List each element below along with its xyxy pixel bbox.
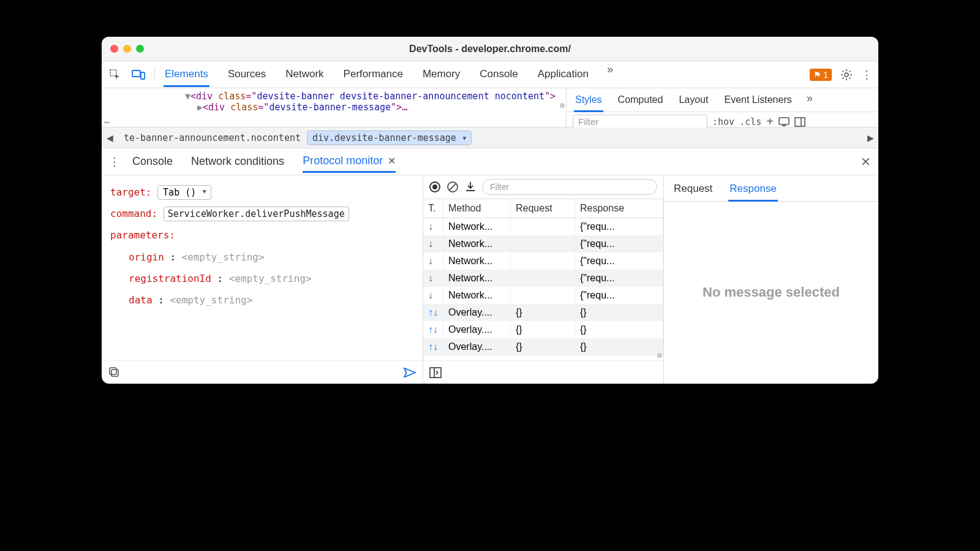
col-method[interactable]: Method bbox=[443, 199, 511, 218]
svg-rect-6 bbox=[795, 118, 805, 126]
dom-tag: <div bbox=[203, 102, 230, 113]
subtab-computed[interactable]: Computed bbox=[617, 92, 665, 112]
new-style-rule-icon[interactable]: + bbox=[766, 115, 774, 129]
protocol-monitor-panel: target: Tab () command: ServiceWorker.de… bbox=[102, 175, 878, 384]
toggle-cls-button[interactable]: .cls bbox=[739, 116, 761, 127]
subtab-event-listeners[interactable]: Event Listeners bbox=[723, 92, 793, 112]
subtabs-overflow-icon[interactable]: » bbox=[807, 92, 813, 112]
svg-rect-12 bbox=[430, 368, 441, 378]
col-response[interactable]: Response bbox=[575, 199, 663, 218]
warnings-count: 1 bbox=[823, 70, 828, 80]
command-input[interactable]: ServiceWorker.deliverPushMessage bbox=[164, 207, 349, 221]
param-value[interactable]: <empty_string> bbox=[170, 294, 252, 306]
svg-line-11 bbox=[449, 183, 456, 191]
close-window-button[interactable] bbox=[110, 45, 118, 53]
col-type[interactable]: T. bbox=[423, 199, 443, 218]
row-method: Network... bbox=[443, 218, 511, 236]
warnings-badge[interactable]: ⚑1 bbox=[810, 69, 832, 81]
table-row[interactable]: ↓Network...{"requ... bbox=[423, 287, 663, 304]
row-type: ↑↓ bbox=[423, 338, 443, 355]
window-titlebar: DevTools - developer.chrome.com/ bbox=[102, 37, 878, 61]
expand-toggle-icon[interactable]: ▼ bbox=[185, 91, 190, 102]
device-preview-icon[interactable] bbox=[778, 117, 790, 127]
table-row[interactable]: ↓Network...{"requ... bbox=[423, 270, 663, 287]
table-row[interactable]: ↑↓Overlay....{}{} bbox=[423, 304, 663, 321]
scrollbar-thumb[interactable] bbox=[657, 353, 662, 358]
toggle-panel-icon[interactable] bbox=[794, 117, 805, 127]
table-row[interactable]: ↓Network...{"requ... bbox=[423, 218, 663, 236]
elements-tree[interactable]: ▼<div class="devsite-banner devsite-bann… bbox=[102, 88, 566, 127]
tab-console[interactable]: Console bbox=[478, 63, 519, 86]
expand-toggle-icon[interactable]: ▶ bbox=[197, 102, 203, 113]
drawer-tab-protocol-monitor[interactable]: Protocol monitor ✕ bbox=[303, 151, 396, 173]
more-menu-icon[interactable]: ⋮ bbox=[861, 68, 872, 82]
drawer-tab-network-conditions[interactable]: Network conditions bbox=[191, 151, 284, 172]
row-type: ↑↓ bbox=[423, 321, 443, 338]
toggle-hov-button[interactable]: :hov bbox=[712, 116, 734, 127]
copy-icon[interactable] bbox=[108, 366, 121, 379]
close-drawer-icon[interactable]: ✕ bbox=[861, 154, 871, 169]
row-request bbox=[511, 218, 575, 236]
record-icon[interactable] bbox=[429, 181, 440, 192]
detail-tab-response[interactable]: Response bbox=[728, 180, 778, 202]
target-select[interactable]: Tab () bbox=[157, 185, 211, 200]
drawer-more-icon[interactable]: ⋮ bbox=[109, 155, 120, 169]
tab-performance[interactable]: Performance bbox=[342, 63, 404, 86]
scrollbar-thumb[interactable] bbox=[560, 103, 565, 108]
subtab-styles[interactable]: Styles bbox=[574, 92, 603, 112]
row-request bbox=[511, 253, 575, 270]
styles-filter-input[interactable]: Filter bbox=[573, 115, 707, 129]
tab-application[interactable]: Application bbox=[537, 63, 590, 86]
row-request: {} bbox=[511, 304, 575, 321]
message-filter-input[interactable]: Filter bbox=[482, 179, 657, 195]
command-editor-footer bbox=[102, 360, 423, 384]
clear-icon[interactable] bbox=[447, 181, 459, 193]
elements-styles-row: ▼<div class="devsite-banner devsite-bann… bbox=[102, 88, 878, 127]
close-tab-icon[interactable]: ✕ bbox=[388, 155, 396, 167]
row-request: {} bbox=[511, 321, 575, 338]
table-row[interactable]: ↑↓Overlay....{}{} bbox=[423, 338, 663, 355]
svg-rect-1 bbox=[132, 70, 140, 77]
tabs-overflow-icon[interactable]: » bbox=[607, 63, 613, 86]
param-value[interactable]: <empty_string> bbox=[182, 251, 265, 263]
detail-tab-request[interactable]: Request bbox=[673, 180, 714, 201]
dom-punct: ">… bbox=[391, 102, 407, 113]
device-toolbar-icon[interactable] bbox=[131, 67, 146, 82]
download-icon[interactable] bbox=[465, 181, 476, 193]
table-row[interactable]: ↓Network...{"requ... bbox=[423, 235, 663, 253]
drawer-tab-console[interactable]: Console bbox=[132, 151, 173, 172]
dom-attr-name: class bbox=[230, 102, 258, 113]
row-response: {"requ... bbox=[575, 235, 663, 253]
settings-icon[interactable] bbox=[840, 69, 853, 81]
send-command-icon[interactable] bbox=[403, 366, 417, 379]
breadcrumb-item[interactable]: te-banner-announcement.nocontent bbox=[118, 129, 307, 147]
breadcrumb-scroll-right-icon[interactable]: ▶ bbox=[862, 127, 878, 148]
tab-network[interactable]: Network bbox=[284, 63, 325, 86]
inspect-element-icon[interactable] bbox=[108, 67, 123, 82]
row-method: Network... bbox=[443, 253, 511, 270]
tab-memory[interactable]: Memory bbox=[421, 63, 461, 86]
dom-punct: =" bbox=[246, 91, 257, 102]
tab-sources[interactable]: Sources bbox=[227, 63, 267, 86]
empty-state-message: No message selected bbox=[664, 202, 878, 384]
col-request[interactable]: Request bbox=[511, 199, 575, 218]
subtab-layout[interactable]: Layout bbox=[677, 92, 709, 112]
breadcrumb-item[interactable]: div.devsite-banner-message bbox=[307, 131, 472, 145]
tab-elements[interactable]: Elements bbox=[164, 63, 209, 87]
table-row[interactable]: ↑↓Overlay....{}{} bbox=[423, 321, 663, 338]
table-row[interactable]: ↓Network...{"requ... bbox=[423, 253, 663, 270]
drawer-tab-label: Protocol monitor bbox=[303, 154, 383, 167]
row-response: {} bbox=[575, 321, 663, 338]
traffic-lights bbox=[110, 45, 144, 53]
svg-rect-9 bbox=[110, 368, 116, 374]
param-value[interactable]: <empty_string> bbox=[229, 273, 312, 284]
styles-sidebar: Styles Computed Layout Event Listeners »… bbox=[566, 88, 878, 127]
minimize-window-button[interactable] bbox=[123, 45, 131, 53]
row-method: Network... bbox=[443, 287, 511, 304]
dom-breadcrumb: ◀ te-banner-announcement.nocontent div.d… bbox=[102, 127, 878, 148]
breadcrumb-scroll-left-icon[interactable]: ◀ bbox=[102, 127, 118, 148]
detail-tabs: Request Response bbox=[664, 175, 878, 202]
row-method: Overlay.... bbox=[443, 338, 511, 355]
maximize-window-button[interactable] bbox=[136, 45, 144, 53]
toggle-sidebar-icon[interactable] bbox=[429, 367, 442, 378]
